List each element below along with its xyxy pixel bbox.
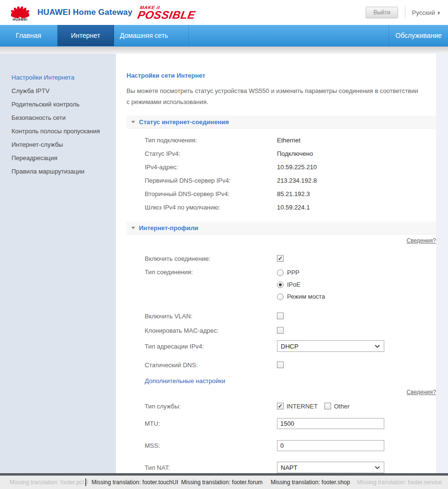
sidebar-item-forwarding[interactable]: Переадресация <box>0 151 116 165</box>
sidebar-item-bandwidth-control[interactable]: Контроль полосы пропускания <box>0 125 116 138</box>
connection-type-label: Тип соединения: <box>145 268 277 276</box>
logout-button[interactable]: Выйти <box>366 7 398 18</box>
sidebar-item-internet-settings[interactable]: Настройки Интернета <box>0 71 116 84</box>
sidebar-item-network-security[interactable]: Безопасность сети <box>0 111 116 125</box>
header-divider <box>405 7 405 18</box>
collapse-triangle-icon <box>131 227 135 229</box>
header: HUAWEI HUAWEI Home Gateway MAKE it POSSI… <box>0 0 448 25</box>
slogan-line2: POSSIBLE <box>137 10 196 21</box>
collapse-triangle-icon <box>131 121 135 123</box>
service-other-checkbox[interactable] <box>324 403 331 409</box>
nav-tab-maintenance[interactable]: Обслуживание <box>389 25 448 46</box>
bridge-radio[interactable] <box>277 293 284 300</box>
huawei-flower-icon <box>11 4 29 19</box>
static-dns-row: Статический DNS: <box>126 358 436 372</box>
clone-mac-checkbox[interactable] <box>277 327 284 334</box>
sidebar-item-parental-control[interactable]: Родительский контроль <box>0 98 116 111</box>
header-right: Выйти Русский <box>366 0 440 25</box>
main-panel: Настройки сети Интернет Вы можете посмот… <box>116 54 436 473</box>
nav-tab-home-network[interactable]: Домашняя сеть <box>114 25 189 46</box>
connection-type-row: Тип соединения: PPP IPoE Режим моста <box>126 267 436 303</box>
status-label: Первичный DNS-сервер IPv4: <box>145 177 277 184</box>
huawei-logo-text: HUAWEI <box>13 18 28 21</box>
clone-mac-label: Клонировать MAC-адрес: <box>145 327 277 334</box>
status-value: Подключено <box>277 150 313 157</box>
language-arrow-icon <box>438 11 440 15</box>
service-other-label: Other <box>334 403 350 410</box>
mss-input[interactable] <box>277 440 384 451</box>
status-row: Первичный DNS-сервер IPv4: 213.234.192.8 <box>126 174 436 187</box>
ipv4-addressing-label: Тип адресации IPv4: <box>145 343 277 350</box>
make-it-possible-logo: MAKE it POSSIBLE <box>137 5 197 21</box>
service-type-label: Тип службы: <box>145 403 277 410</box>
ipoe-label: IPoE <box>287 281 300 288</box>
advanced-settings-row: Дополнительные настройки <box>126 376 436 386</box>
nat-select[interactable]: NAPT <box>277 462 384 473</box>
status-row: Шлюз IPv4 по умолчанию: 10.59.224.1 <box>126 200 436 214</box>
footer-separator <box>85 478 86 486</box>
nav-tab-home[interactable]: Главная <box>0 25 57 46</box>
main-nav: Главная Интернет Домашняя сеть Обслужива… <box>0 25 448 47</box>
page-description: Вы можете посмотреть статус устройства W… <box>126 85 419 107</box>
bridge-label: Режим моста <box>287 293 325 300</box>
sidebar-item-routing-rules[interactable]: Правила маршрутизации <box>0 165 116 178</box>
details-row: Сведения? <box>126 236 436 245</box>
section-title: Статус интернет-соединения <box>139 118 229 126</box>
details-row-2: Сведения? <box>126 387 436 397</box>
radio-option-bridge[interactable]: Режим моста <box>277 291 325 303</box>
radio-option-ipoe[interactable]: IPoE <box>277 279 325 291</box>
service-internet-checkbox[interactable] <box>277 403 284 409</box>
ipoe-radio[interactable] <box>277 281 284 288</box>
status-label: Вторичный DNS-сервер IPv4: <box>145 190 277 198</box>
enable-connection-label: Включить соединение: <box>145 255 277 262</box>
details-link[interactable]: Сведения? <box>407 237 437 244</box>
enable-vlan-label: Включить VLAN: <box>145 313 277 320</box>
status-label: Шлюз IPv4 по умолчанию: <box>145 204 277 211</box>
advanced-settings-link[interactable]: Дополнительные настройки <box>145 377 225 384</box>
service-type-row: Тип службы: INTERNET Other <box>126 400 436 412</box>
section-header-status[interactable]: Статус интернет-соединения <box>126 116 436 128</box>
sidebar-item-internet-services[interactable]: Интернет-службы <box>0 138 116 151</box>
ipv4-addressing-select[interactable]: DHCP <box>277 340 384 352</box>
footer: Missing translation: footer.pcUI Missing… <box>0 476 448 489</box>
sidebar-item-iptv[interactable]: Служба IPTV <box>0 84 116 98</box>
chevron-down-icon <box>375 466 380 469</box>
static-dns-checkbox[interactable] <box>277 361 284 368</box>
status-value: 213.234.192.8 <box>277 177 317 184</box>
language-label: Русский <box>412 9 435 16</box>
footer-item-pcui: Missing translation: footer.pcUI <box>10 479 88 486</box>
enable-connection-row: Включить соединение: <box>126 252 436 265</box>
content: Настройки Интернета Служба IPTV Родитель… <box>0 54 448 473</box>
enable-vlan-checkbox[interactable] <box>277 313 284 319</box>
ipv4-addressing-value: DHCP <box>281 343 299 350</box>
status-label: Тип подключения: <box>145 137 277 144</box>
nav-tab-internet[interactable]: Интернет <box>57 25 114 46</box>
section-header-profiles[interactable]: Интернет-профили <box>126 221 436 234</box>
page: HUAWEI HUAWEI Home Gateway MAKE it POSSI… <box>0 0 448 489</box>
ppp-radio[interactable] <box>277 269 284 276</box>
status-row: Вторичный DNS-сервер IPv4: 85.21.192.3 <box>126 187 436 200</box>
language-selector[interactable]: Русский <box>412 9 440 16</box>
section-title: Интернет-профили <box>139 224 198 232</box>
nat-label: Тип NAT: <box>145 464 277 471</box>
chevron-down-icon <box>375 345 380 348</box>
enable-connection-checkbox[interactable] <box>277 255 284 262</box>
footer-item-forum: Missing translation: footer.forum <box>181 479 263 486</box>
mss-row: MSS: <box>126 437 436 454</box>
static-dns-label: Статический DNS: <box>145 361 277 369</box>
status-value: 85.21.192.3 <box>277 190 310 198</box>
status-value: Ethernet <box>277 137 300 144</box>
mss-label: MSS: <box>145 442 277 449</box>
radio-option-ppp[interactable]: PPP <box>277 267 325 279</box>
status-label: Статус IPv4: <box>145 150 277 157</box>
clone-mac-row: Клонировать MAC-адрес: <box>126 324 436 337</box>
connection-type-radio-group: PPP IPoE Режим моста <box>277 267 325 303</box>
nav-spacer <box>189 25 389 46</box>
header-shadow-strip <box>0 47 448 54</box>
status-value: 10.59.224.1 <box>277 204 310 211</box>
nat-value: NAPT <box>281 464 298 471</box>
right-margin-strip <box>436 54 448 473</box>
details-link-2[interactable]: Сведения? <box>407 389 437 396</box>
status-row: Статус IPv4: Подключено <box>126 147 436 160</box>
mtu-input[interactable] <box>277 418 384 429</box>
